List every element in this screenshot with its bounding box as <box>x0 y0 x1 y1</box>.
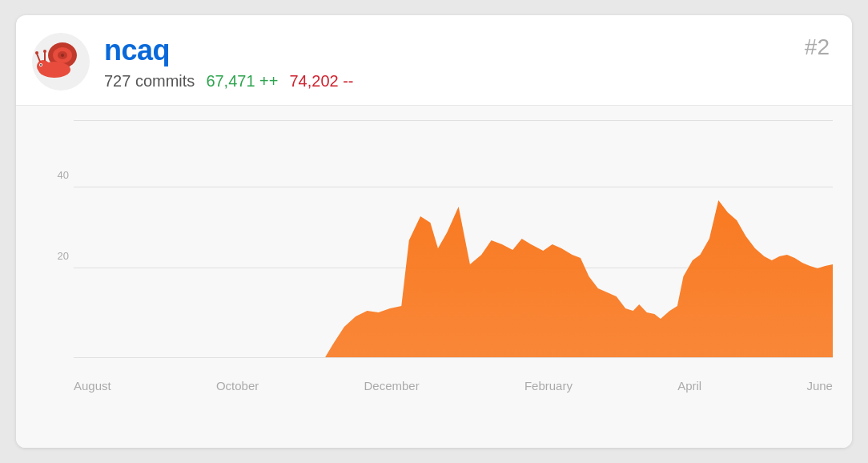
svg-point-4 <box>61 54 64 57</box>
username: ncaq <box>104 34 354 67</box>
svg-point-12 <box>40 64 42 66</box>
y-label-20: 20 <box>35 249 69 261</box>
rank-badge: #2 <box>805 34 830 60</box>
contributor-card: ncaq 727 commits 67,471 ++ 74,202 -- #2 … <box>16 15 852 448</box>
x-label-february: February <box>524 379 573 393</box>
x-label-october: October <box>216 379 259 393</box>
additions-value: 67,471 ++ <box>206 72 278 91</box>
area-fill <box>74 200 833 357</box>
y-label-40: 40 <box>35 168 69 180</box>
commits-label: 727 commits <box>104 72 195 91</box>
x-label-december: December <box>364 379 420 393</box>
svg-point-9 <box>35 51 38 54</box>
chart-svg <box>74 120 833 357</box>
chart-container: 40 20 A <box>35 120 833 393</box>
x-labels: August October December February April J… <box>74 357 833 393</box>
user-info: ncaq 727 commits 67,471 ++ 74,202 -- <box>104 34 354 91</box>
chart-area: 40 20 A <box>16 106 852 448</box>
deletions-value: 74,202 -- <box>289 72 353 91</box>
x-label-april: April <box>677 379 701 393</box>
card-header: ncaq 727 commits 67,471 ++ 74,202 -- #2 <box>16 15 852 106</box>
avatar <box>32 33 90 91</box>
x-label-august: August <box>74 379 111 393</box>
svg-point-10 <box>43 50 46 53</box>
stats-row: 727 commits 67,471 ++ 74,202 -- <box>104 72 354 91</box>
svg-point-6 <box>37 60 50 73</box>
x-label-june: June <box>806 379 833 393</box>
